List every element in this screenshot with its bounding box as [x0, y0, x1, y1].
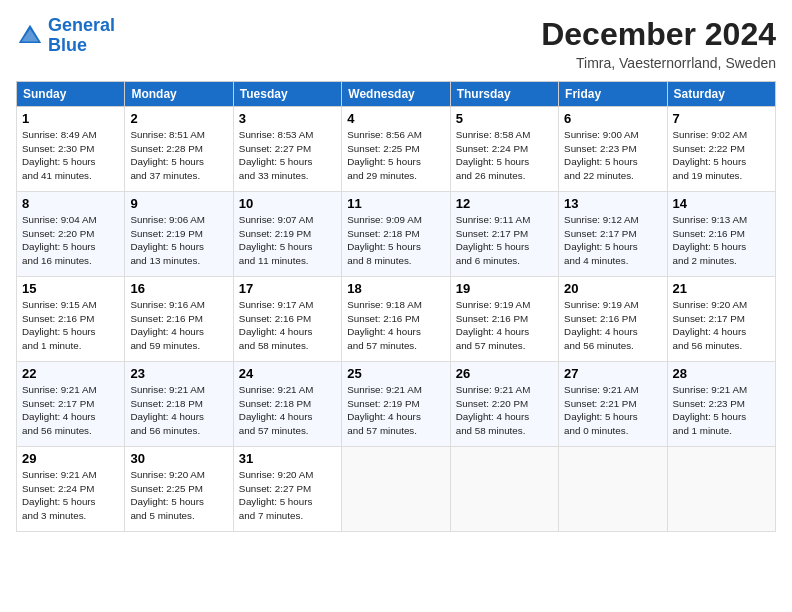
calendar-cell: 10Sunrise: 9:07 AM Sunset: 2:19 PM Dayli… [233, 192, 341, 277]
logo: General Blue [16, 16, 115, 56]
calendar-cell: 4Sunrise: 8:56 AM Sunset: 2:25 PM Daylig… [342, 107, 450, 192]
calendar-cell: 5Sunrise: 8:58 AM Sunset: 2:24 PM Daylig… [450, 107, 558, 192]
day-number: 19 [456, 281, 553, 296]
calendar-cell: 31Sunrise: 9:20 AM Sunset: 2:27 PM Dayli… [233, 447, 341, 532]
calendar-cell: 15Sunrise: 9:15 AM Sunset: 2:16 PM Dayli… [17, 277, 125, 362]
day-info: Sunrise: 9:21 AM Sunset: 2:18 PM Dayligh… [130, 383, 227, 438]
calendar-cell: 19Sunrise: 9:19 AM Sunset: 2:16 PM Dayli… [450, 277, 558, 362]
day-number: 23 [130, 366, 227, 381]
day-of-week-header: Thursday [450, 82, 558, 107]
day-of-week-header: Saturday [667, 82, 775, 107]
calendar-cell: 29Sunrise: 9:21 AM Sunset: 2:24 PM Dayli… [17, 447, 125, 532]
day-info: Sunrise: 9:09 AM Sunset: 2:18 PM Dayligh… [347, 213, 444, 268]
day-info: Sunrise: 9:16 AM Sunset: 2:16 PM Dayligh… [130, 298, 227, 353]
day-number: 17 [239, 281, 336, 296]
day-number: 9 [130, 196, 227, 211]
calendar-cell: 18Sunrise: 9:18 AM Sunset: 2:16 PM Dayli… [342, 277, 450, 362]
calendar-cell: 13Sunrise: 9:12 AM Sunset: 2:17 PM Dayli… [559, 192, 667, 277]
calendar-cell: 24Sunrise: 9:21 AM Sunset: 2:18 PM Dayli… [233, 362, 341, 447]
calendar-cell: 12Sunrise: 9:11 AM Sunset: 2:17 PM Dayli… [450, 192, 558, 277]
calendar-cell: 26Sunrise: 9:21 AM Sunset: 2:20 PM Dayli… [450, 362, 558, 447]
day-info: Sunrise: 9:21 AM Sunset: 2:19 PM Dayligh… [347, 383, 444, 438]
day-number: 21 [673, 281, 770, 296]
day-number: 1 [22, 111, 119, 126]
day-of-week-header: Tuesday [233, 82, 341, 107]
calendar-cell [667, 447, 775, 532]
calendar-cell: 17Sunrise: 9:17 AM Sunset: 2:16 PM Dayli… [233, 277, 341, 362]
logo-text: General Blue [48, 16, 115, 56]
calendar-cell: 1Sunrise: 8:49 AM Sunset: 2:30 PM Daylig… [17, 107, 125, 192]
day-number: 15 [22, 281, 119, 296]
day-number: 16 [130, 281, 227, 296]
day-info: Sunrise: 9:04 AM Sunset: 2:20 PM Dayligh… [22, 213, 119, 268]
month-title: December 2024 [541, 16, 776, 53]
day-info: Sunrise: 9:11 AM Sunset: 2:17 PM Dayligh… [456, 213, 553, 268]
day-number: 8 [22, 196, 119, 211]
calendar-cell: 2Sunrise: 8:51 AM Sunset: 2:28 PM Daylig… [125, 107, 233, 192]
day-number: 24 [239, 366, 336, 381]
day-of-week-header: Wednesday [342, 82, 450, 107]
calendar-cell: 30Sunrise: 9:20 AM Sunset: 2:25 PM Dayli… [125, 447, 233, 532]
day-info: Sunrise: 9:15 AM Sunset: 2:16 PM Dayligh… [22, 298, 119, 353]
day-number: 11 [347, 196, 444, 211]
day-info: Sunrise: 9:21 AM Sunset: 2:23 PM Dayligh… [673, 383, 770, 438]
calendar-cell: 16Sunrise: 9:16 AM Sunset: 2:16 PM Dayli… [125, 277, 233, 362]
day-info: Sunrise: 9:20 AM Sunset: 2:25 PM Dayligh… [130, 468, 227, 523]
calendar-cell [450, 447, 558, 532]
day-info: Sunrise: 8:58 AM Sunset: 2:24 PM Dayligh… [456, 128, 553, 183]
calendar: SundayMondayTuesdayWednesdayThursdayFrid… [16, 81, 776, 532]
calendar-cell [559, 447, 667, 532]
day-number: 6 [564, 111, 661, 126]
day-info: Sunrise: 9:06 AM Sunset: 2:19 PM Dayligh… [130, 213, 227, 268]
calendar-cell: 9Sunrise: 9:06 AM Sunset: 2:19 PM Daylig… [125, 192, 233, 277]
day-info: Sunrise: 9:18 AM Sunset: 2:16 PM Dayligh… [347, 298, 444, 353]
calendar-cell: 27Sunrise: 9:21 AM Sunset: 2:21 PM Dayli… [559, 362, 667, 447]
day-number: 22 [22, 366, 119, 381]
day-number: 18 [347, 281, 444, 296]
calendar-cell: 8Sunrise: 9:04 AM Sunset: 2:20 PM Daylig… [17, 192, 125, 277]
calendar-cell: 25Sunrise: 9:21 AM Sunset: 2:19 PM Dayli… [342, 362, 450, 447]
title-block: December 2024 Timra, Vaesternorrland, Sw… [541, 16, 776, 71]
day-number: 10 [239, 196, 336, 211]
day-info: Sunrise: 9:21 AM Sunset: 2:20 PM Dayligh… [456, 383, 553, 438]
day-number: 13 [564, 196, 661, 211]
day-number: 5 [456, 111, 553, 126]
day-info: Sunrise: 9:21 AM Sunset: 2:24 PM Dayligh… [22, 468, 119, 523]
day-info: Sunrise: 9:12 AM Sunset: 2:17 PM Dayligh… [564, 213, 661, 268]
day-info: Sunrise: 9:21 AM Sunset: 2:17 PM Dayligh… [22, 383, 119, 438]
day-number: 14 [673, 196, 770, 211]
day-of-week-header: Monday [125, 82, 233, 107]
calendar-cell: 21Sunrise: 9:20 AM Sunset: 2:17 PM Dayli… [667, 277, 775, 362]
day-info: Sunrise: 9:00 AM Sunset: 2:23 PM Dayligh… [564, 128, 661, 183]
day-info: Sunrise: 8:51 AM Sunset: 2:28 PM Dayligh… [130, 128, 227, 183]
calendar-cell: 11Sunrise: 9:09 AM Sunset: 2:18 PM Dayli… [342, 192, 450, 277]
logo-icon [16, 22, 44, 50]
day-number: 12 [456, 196, 553, 211]
calendar-cell: 7Sunrise: 9:02 AM Sunset: 2:22 PM Daylig… [667, 107, 775, 192]
day-info: Sunrise: 9:17 AM Sunset: 2:16 PM Dayligh… [239, 298, 336, 353]
day-number: 3 [239, 111, 336, 126]
calendar-cell: 28Sunrise: 9:21 AM Sunset: 2:23 PM Dayli… [667, 362, 775, 447]
day-info: Sunrise: 9:19 AM Sunset: 2:16 PM Dayligh… [564, 298, 661, 353]
day-number: 31 [239, 451, 336, 466]
day-number: 20 [564, 281, 661, 296]
calendar-cell: 22Sunrise: 9:21 AM Sunset: 2:17 PM Dayli… [17, 362, 125, 447]
day-info: Sunrise: 8:53 AM Sunset: 2:27 PM Dayligh… [239, 128, 336, 183]
calendar-cell [342, 447, 450, 532]
day-info: Sunrise: 9:19 AM Sunset: 2:16 PM Dayligh… [456, 298, 553, 353]
day-info: Sunrise: 9:21 AM Sunset: 2:21 PM Dayligh… [564, 383, 661, 438]
day-info: Sunrise: 9:20 AM Sunset: 2:27 PM Dayligh… [239, 468, 336, 523]
page-header: General Blue December 2024 Timra, Vaeste… [16, 16, 776, 71]
day-info: Sunrise: 9:20 AM Sunset: 2:17 PM Dayligh… [673, 298, 770, 353]
day-number: 26 [456, 366, 553, 381]
day-number: 28 [673, 366, 770, 381]
location: Timra, Vaesternorrland, Sweden [541, 55, 776, 71]
day-number: 2 [130, 111, 227, 126]
day-number: 29 [22, 451, 119, 466]
day-number: 27 [564, 366, 661, 381]
day-number: 7 [673, 111, 770, 126]
day-of-week-header: Sunday [17, 82, 125, 107]
day-info: Sunrise: 9:13 AM Sunset: 2:16 PM Dayligh… [673, 213, 770, 268]
day-of-week-header: Friday [559, 82, 667, 107]
calendar-cell: 23Sunrise: 9:21 AM Sunset: 2:18 PM Dayli… [125, 362, 233, 447]
